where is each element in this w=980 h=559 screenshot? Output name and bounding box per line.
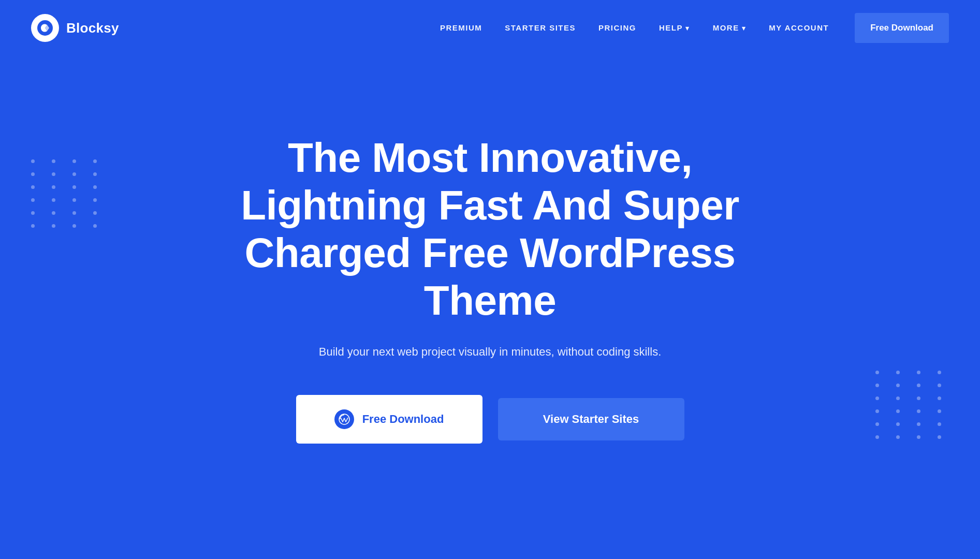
brand-name: Blocksy [66,20,119,36]
nav-item-my-account[interactable]: MY ACCOUNT [769,23,829,33]
free-download-label: Free Download [362,413,444,426]
nav-link-premium[interactable]: PREMIUM [440,23,482,32]
hero-free-download-button[interactable]: Free Download [296,395,482,444]
nav-link-more[interactable]: MORE [713,23,747,32]
dot-pattern-left [31,159,105,228]
hero-starter-sites-button[interactable]: View Starter Sites [498,398,684,440]
nav-item-pricing[interactable]: PRICING [598,23,636,33]
logo-area[interactable]: Blocksy [31,14,119,42]
nav-item-starter-sites[interactable]: STARTER SITES [505,23,576,33]
nav-free-download-button[interactable]: Free Download [855,13,949,43]
wordpress-icon [334,409,354,429]
nav-link-pricing[interactable]: PRICING [598,23,636,32]
hero-subtitle: Build your next web project visually in … [319,345,662,359]
svg-point-1 [339,414,349,424]
logo-icon [31,14,59,42]
navbar: Blocksy PREMIUM STARTER SITES PRICING HE… [0,0,980,56]
nav-link-starter-sites[interactable]: STARTER SITES [505,23,576,32]
nav-links: PREMIUM STARTER SITES PRICING HELP MORE … [440,23,829,33]
starter-sites-label: View Starter Sites [543,413,639,426]
dot-pattern-right [875,371,949,439]
hero-title: The Most Innovative, Lightning Fast And … [231,134,749,325]
nav-link-my-account[interactable]: MY ACCOUNT [769,23,829,32]
hero-section: The Most Innovative, Lightning Fast And … [0,56,980,542]
nav-item-help[interactable]: HELP [659,23,690,33]
nav-item-more[interactable]: MORE [713,23,747,33]
nav-link-help[interactable]: HELP [659,23,690,32]
nav-item-premium[interactable]: PREMIUM [440,23,482,33]
hero-buttons: Free Download View Starter Sites [296,395,684,444]
